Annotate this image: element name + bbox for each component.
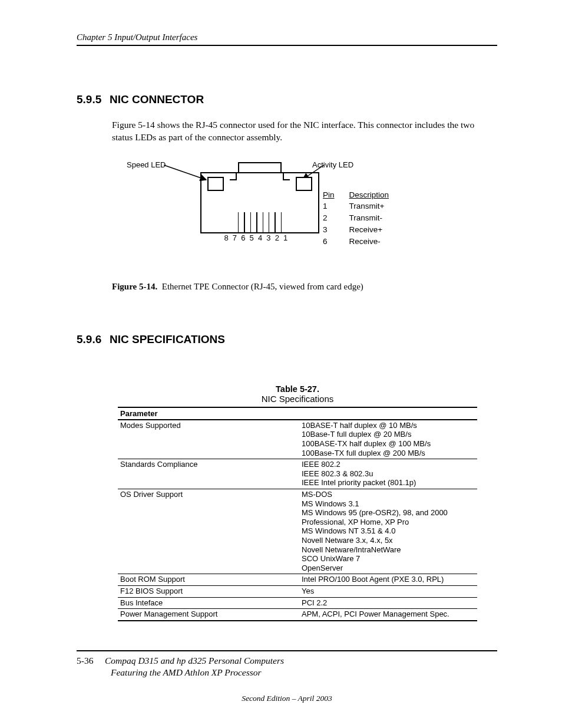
section-number: 5.9.6 (77, 333, 110, 346)
table-row: 6Receive- (322, 236, 402, 247)
table-name: NIC Specifications (118, 394, 477, 404)
section-595-body: Figure 5-14 shows the RJ-45 connector us… (112, 119, 497, 144)
figure-caption-label: Figure 5-14. (112, 282, 157, 291)
section-595-title: 5.9.5NIC CONNECTOR (77, 93, 497, 106)
section-heading: NIC CONNECTOR (110, 93, 204, 106)
table-row: Power Management SupportAPM, ACPI, PCI P… (118, 609, 477, 621)
page-number: 5-36 (77, 655, 105, 667)
section-number: 5.9.5 (77, 93, 110, 106)
rj45-connector-diagram (200, 172, 319, 233)
table-row: 3Receive+ (322, 225, 402, 235)
footer-subtitle: Featuring the AMD Athlon XP Processor (111, 667, 497, 678)
nic-specifications-table: Table 5-27. NIC Specifications Parameter… (118, 384, 477, 621)
table-row: 2Transmit- (322, 213, 402, 223)
chapter-header: Chapter 5 Input/Output Interfaces (77, 32, 497, 46)
table-row: Bus IntefacePCI 2.2 (118, 597, 477, 609)
section-596-title: 5.9.6NIC SPECIFICATIONS (77, 333, 497, 346)
footer-title: Compaq D315 and hp d325 Personal Compute… (105, 655, 284, 666)
figure-caption: Figure 5-14. Ethernet TPE Connector (RJ-… (112, 282, 497, 292)
pin-description-table: Pin Description 1Transmit+ 2Transmit- 3R… (321, 189, 403, 248)
parameter-head: Parameter (118, 407, 299, 420)
table-row: Standards ComplianceIEEE 802.2IEEE 802.3… (118, 459, 477, 489)
pin-head: Pin (322, 190, 348, 200)
table-row: 1Transmit+ (322, 201, 402, 212)
desc-head: Description (349, 190, 402, 200)
table-row: Boot ROM SupportIntel PRO/100 Boot Agent… (118, 574, 477, 586)
figure-caption-text: Ethernet TPE Connector (RJ-45, viewed fr… (162, 282, 363, 291)
page-footer: 5-36Compaq D315 and hp d325 Personal Com… (77, 650, 497, 703)
table-row: OS Driver SupportMS-DOSMS Windows 3.1MS … (118, 489, 477, 574)
figure-5-14: Speed LED Activity LED 8 7 6 5 4 (130, 160, 497, 266)
table-number: Table 5-27. (118, 384, 477, 394)
section-heading: NIC SPECIFICATIONS (110, 333, 225, 345)
pin-number-labels: 8 7 6 5 4 3 2 1 (224, 233, 288, 242)
edition-line: Second Edition – April 2003 (77, 694, 497, 703)
table-row: F12 BIOS SupportYes (118, 585, 477, 597)
speed-led-label: Speed LED (127, 160, 166, 169)
table-row: Modes Supported10BASE-T half duplex @ 10… (118, 420, 477, 459)
